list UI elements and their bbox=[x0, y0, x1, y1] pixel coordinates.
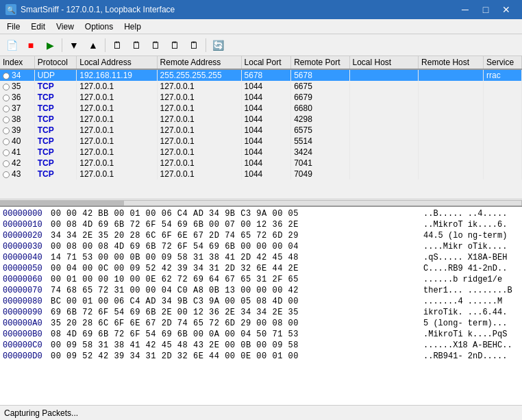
hscroll-track[interactable] bbox=[0, 200, 522, 207]
hex-ascii: .MikroTi k....PqS bbox=[423, 330, 519, 339]
col-index[interactable]: Index bbox=[0, 56, 34, 69]
row-indicator bbox=[3, 116, 10, 123]
hex-bytes: 74 68 65 72 31 00 00 04 C0 A8 0B 13 00 0… bbox=[51, 286, 423, 295]
row-indicator bbox=[3, 95, 10, 101]
row-indicator bbox=[3, 73, 10, 79]
filter-up-button[interactable]: ▲ bbox=[84, 37, 102, 53]
cell-remote-host bbox=[419, 114, 484, 125]
table-row[interactable]: 42 TCP 127.0.0.1 127.0.0.1 1044 7041 bbox=[0, 158, 522, 169]
col-remote-addr[interactable]: Remote Address bbox=[157, 56, 241, 69]
copy2-button[interactable]: 🗒 bbox=[127, 37, 145, 53]
table-row[interactable]: 40 TCP 127.0.0.1 127.0.0.1 1044 5514 bbox=[0, 136, 522, 147]
menu-item-options[interactable]: Options bbox=[79, 19, 119, 34]
row-indicator bbox=[3, 160, 10, 167]
cell-index: 42 bbox=[0, 158, 34, 169]
col-local-host[interactable]: Local Host bbox=[349, 56, 419, 69]
hex-offset: 000000B0 bbox=[3, 330, 51, 339]
new-button[interactable]: 📄 bbox=[3, 37, 21, 53]
table-row[interactable]: 39 TCP 127.0.0.1 127.0.0.1 1044 6575 bbox=[0, 125, 522, 136]
menu-item-help[interactable]: Help bbox=[119, 19, 147, 34]
cell-local-port: 1044 bbox=[241, 92, 291, 103]
hex-offset: 00000020 bbox=[3, 231, 51, 240]
table-row[interactable]: 41 TCP 127.0.0.1 127.0.0.1 1044 3424 bbox=[0, 147, 522, 158]
hex-row: 000000A0 35 20 28 6C 6F 6E 67 2D 74 65 7… bbox=[0, 318, 522, 329]
col-service[interactable]: Service bbox=[484, 56, 522, 69]
cell-index: 36 bbox=[0, 92, 34, 103]
row-indicator bbox=[3, 84, 10, 90]
hex-ascii: 44.5 (lo ng-term) bbox=[423, 231, 519, 240]
table-row[interactable]: 38 TCP 127.0.0.1 127.0.0.1 1044 4298 bbox=[0, 114, 522, 125]
hex-bytes: 69 6B 72 6F 54 69 6B 2E 00 12 36 2E 34 3… bbox=[51, 308, 423, 317]
packet-scroll[interactable]: Index Protocol Local Address Remote Addr… bbox=[0, 56, 522, 199]
cell-local-port: 1044 bbox=[241, 136, 291, 147]
row-indicator bbox=[3, 171, 10, 178]
cell-local-addr: 127.0.0.1 bbox=[77, 81, 157, 92]
play-button[interactable]: ▶ bbox=[41, 37, 59, 53]
col-remote-port[interactable]: Remote Port bbox=[291, 56, 349, 69]
cell-protocol: TCP bbox=[34, 125, 76, 136]
toolbar-separator bbox=[206, 38, 206, 52]
table-row[interactable]: 35 TCP 127.0.0.1 127.0.0.1 1044 6675 bbox=[0, 81, 522, 92]
cell-remote-port: 3424 bbox=[291, 147, 349, 158]
cell-service bbox=[484, 136, 522, 147]
copy4-button[interactable]: 🗒 bbox=[166, 37, 184, 53]
col-protocol[interactable]: Protocol bbox=[34, 56, 76, 69]
hex-bytes: 34 34 2E 35 20 28 6C 6F 6E 67 2D 74 65 7… bbox=[51, 231, 423, 240]
copy1-button[interactable]: 🗒 bbox=[108, 37, 126, 53]
table-row[interactable]: 36 TCP 127.0.0.1 127.0.0.1 1044 6679 bbox=[0, 92, 522, 103]
hex-ascii: C....RB9 41-2nD.. bbox=[423, 264, 519, 273]
filter-down-button[interactable]: ▼ bbox=[65, 37, 83, 53]
hex-ascii: ..RB941- 2nD..... bbox=[423, 351, 519, 361]
row-indicator bbox=[3, 138, 10, 145]
cell-local-addr: 127.0.0.1 bbox=[77, 136, 157, 147]
cell-remote-host bbox=[419, 169, 484, 180]
cell-remote-host bbox=[419, 103, 484, 114]
menu-item-edit[interactable]: Edit bbox=[25, 19, 51, 34]
copy3-button[interactable]: 🗒 bbox=[147, 37, 164, 53]
table-row[interactable]: 34 UDP 192.168.11.19 255.255.255.255 567… bbox=[0, 69, 522, 81]
hex-row: 00000060 00 01 00 00 10 00 0E 62 72 69 6… bbox=[0, 274, 522, 285]
hex-offset: 00000060 bbox=[3, 275, 51, 284]
col-local-port[interactable]: Local Port bbox=[241, 56, 291, 69]
cell-remote-port: 6679 bbox=[291, 92, 349, 103]
maximize-button[interactable]: □ bbox=[475, 0, 496, 19]
status-bar: Capturing Packets... bbox=[0, 405, 522, 420]
hex-row: 00000080 BC 00 01 00 06 C4 AD 34 9B C3 9… bbox=[0, 296, 522, 307]
import-button[interactable]: 🔄 bbox=[209, 37, 227, 53]
hex-ascii: ..MikroT ik....6. bbox=[423, 220, 519, 230]
cell-remote-addr: 127.0.0.1 bbox=[157, 136, 241, 147]
cell-remote-addr: 127.0.0.1 bbox=[157, 114, 241, 125]
hscroll-thumb[interactable] bbox=[1, 201, 124, 206]
title-bar: 🔍 SmartSniff - 127.0.0.1, Loopback Inter… bbox=[0, 0, 522, 19]
scroll-area[interactable] bbox=[0, 199, 522, 207]
cell-protocol: UDP bbox=[34, 69, 76, 81]
cell-remote-host bbox=[419, 158, 484, 169]
stop-button[interactable]: ■ bbox=[22, 37, 40, 53]
cell-local-host bbox=[349, 81, 419, 92]
cell-remote-addr: 255.255.255.255 bbox=[157, 69, 241, 81]
hex-bytes: 00 08 4D 69 6B 72 6F 54 69 6B 00 07 00 1… bbox=[51, 220, 423, 230]
hex-row: 000000C0 00 09 58 31 38 41 42 45 48 43 2… bbox=[0, 340, 522, 351]
cell-service: rrac bbox=[484, 69, 522, 81]
menu-item-view[interactable]: View bbox=[51, 19, 79, 34]
cell-remote-port: 5514 bbox=[291, 136, 349, 147]
hex-ascii: ......X18 A-BEHC.. bbox=[423, 341, 519, 350]
col-local-addr[interactable]: Local Address bbox=[77, 56, 157, 69]
cell-protocol: TCP bbox=[34, 147, 76, 158]
table-row[interactable]: 43 TCP 127.0.0.1 127.0.0.1 1044 7049 bbox=[0, 169, 522, 180]
hex-row: 00000050 00 04 00 0C 00 09 52 42 39 34 3… bbox=[0, 263, 522, 274]
close-button[interactable]: ✕ bbox=[496, 0, 517, 19]
cell-service bbox=[484, 169, 522, 180]
cell-remote-host bbox=[419, 136, 484, 147]
cell-protocol: TCP bbox=[34, 103, 76, 114]
cell-local-addr: 127.0.0.1 bbox=[77, 92, 157, 103]
copy5-button[interactable]: 🗒 bbox=[185, 37, 203, 53]
minimize-button[interactable]: ─ bbox=[455, 0, 475, 19]
cell-local-port: 1044 bbox=[241, 125, 291, 136]
table-row[interactable]: 37 TCP 127.0.0.1 127.0.0.1 1044 6680 bbox=[0, 103, 522, 114]
col-remote-host[interactable]: Remote Host bbox=[419, 56, 484, 69]
cell-remote-addr: 127.0.0.1 bbox=[157, 92, 241, 103]
menu-item-file[interactable]: File bbox=[1, 19, 25, 34]
cell-local-addr: 127.0.0.1 bbox=[77, 158, 157, 169]
cell-index: 43 bbox=[0, 169, 34, 180]
